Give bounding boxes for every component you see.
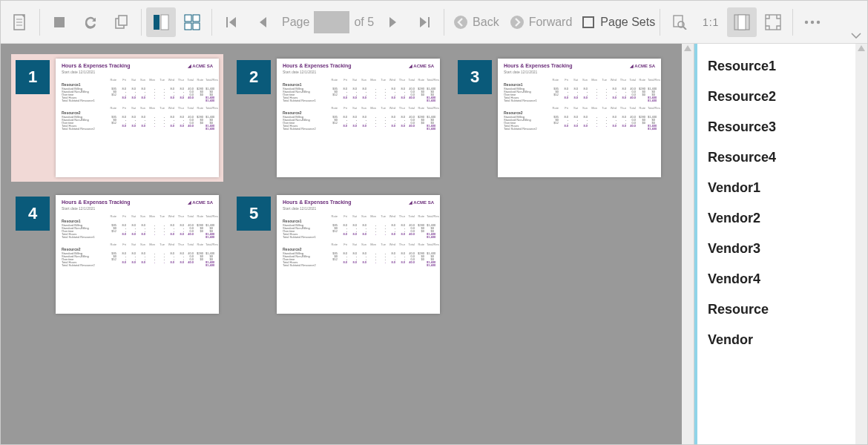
bookmark-item[interactable]: Vendor1 xyxy=(708,173,852,203)
svg-rect-22 xyxy=(766,15,780,30)
thumbnail-card[interactable]: 4Hours & Expenses Tracking◢ ACME SAStart… xyxy=(11,191,223,318)
bookmark-item[interactable]: Resource xyxy=(708,294,852,325)
more-menu-button[interactable] xyxy=(798,7,827,37)
page-number-input[interactable] xyxy=(314,11,349,33)
svg-rect-14 xyxy=(428,17,430,27)
svg-rect-13 xyxy=(226,17,228,27)
bookmark-item[interactable]: Vendor xyxy=(708,325,852,355)
page-sets-toggle[interactable]: Page Sets xyxy=(582,16,655,29)
separator xyxy=(792,9,793,36)
bookmark-item[interactable]: Vendor3 xyxy=(708,234,852,264)
page-sets-label: Page Sets xyxy=(600,16,655,29)
report-page: Hours & Expenses Tracking◢ ACME SAStart … xyxy=(277,59,440,177)
forward-button[interactable]: Forward xyxy=(505,15,577,30)
thumbnail-card[interactable]: 3Hours & Expenses Tracking◢ ACME SAStart… xyxy=(453,54,665,182)
svg-point-23 xyxy=(805,20,808,23)
page-sets-checkbox[interactable] xyxy=(582,16,594,28)
separator xyxy=(660,9,660,36)
page-total: of 5 xyxy=(351,16,377,29)
svg-rect-6 xyxy=(119,16,127,25)
bookmark-item[interactable]: Vendor4 xyxy=(708,264,852,294)
bookmark-item[interactable]: Resource2 xyxy=(708,82,852,112)
bookmark-item[interactable]: Resource3 xyxy=(708,112,852,142)
thumbnail-grid: 1Hours & Expenses Tracking◢ ACME SAStart… xyxy=(1,44,682,444)
back-button[interactable]: Back xyxy=(449,15,504,30)
thumbnail-card[interactable]: 1Hours & Expenses Tracking◢ ACME SAStart… xyxy=(11,54,223,182)
next-page-button[interactable] xyxy=(378,7,408,37)
separator xyxy=(444,9,444,36)
copy-button[interactable] xyxy=(107,7,137,37)
zoom-actual-button[interactable]: 1:1 xyxy=(696,7,726,37)
svg-rect-8 xyxy=(161,15,168,30)
svg-point-15 xyxy=(454,16,467,29)
svg-point-24 xyxy=(811,20,814,23)
stop-button[interactable] xyxy=(45,7,74,37)
view-multi-page-button[interactable] xyxy=(177,7,207,37)
separator xyxy=(39,9,40,36)
svg-rect-21 xyxy=(738,15,746,30)
report-page: Hours & Expenses Tracking◢ ACME SAStart … xyxy=(498,59,661,177)
bookmark-item[interactable]: Resource1 xyxy=(708,51,852,82)
separator xyxy=(211,9,212,36)
prev-page-button[interactable] xyxy=(248,7,277,37)
thumbnail-number: 4 xyxy=(16,197,50,231)
thumbnails-scrollbar[interactable] xyxy=(682,44,694,444)
svg-line-19 xyxy=(683,27,686,30)
thumbnail-number: 1 xyxy=(16,60,50,94)
thumbnail-number: 3 xyxy=(458,60,492,94)
thumbnail-card[interactable]: 5Hours & Expenses Tracking◢ ACME SAStart… xyxy=(232,191,444,318)
thumbnail-number: 2 xyxy=(237,60,271,94)
view-single-page-button[interactable] xyxy=(146,7,176,37)
svg-rect-10 xyxy=(193,15,200,22)
report-page: Hours & Expenses Tracking◢ ACME SAStart … xyxy=(277,195,440,314)
last-page-button[interactable] xyxy=(410,7,439,37)
svg-point-16 xyxy=(510,16,524,29)
thumbnail-number: 5 xyxy=(237,197,271,231)
save-button[interactable] xyxy=(5,7,35,37)
svg-point-25 xyxy=(817,20,820,23)
report-page: Hours & Expenses Tracking◢ ACME SAStart … xyxy=(56,195,219,314)
first-page-button[interactable] xyxy=(217,7,246,37)
svg-rect-7 xyxy=(154,15,160,30)
find-button[interactable] xyxy=(665,7,694,37)
zoom-fit-width-button[interactable] xyxy=(727,7,757,37)
bookmark-item[interactable]: Vendor2 xyxy=(708,203,852,234)
svg-rect-11 xyxy=(185,23,191,30)
separator xyxy=(141,9,142,36)
report-page: Hours & Expenses Tracking◢ ACME SAStart … xyxy=(56,59,219,177)
panel-scrollbar[interactable] xyxy=(855,44,867,444)
forward-label: Forward xyxy=(529,16,573,29)
bookmark-item[interactable]: Resource4 xyxy=(708,142,852,173)
refresh-button[interactable] xyxy=(76,7,105,37)
back-label: Back xyxy=(473,16,499,29)
zoom-fit-page-button[interactable] xyxy=(758,7,788,37)
thumbnail-card[interactable]: 2Hours & Expenses Tracking◢ ACME SAStart… xyxy=(232,54,444,182)
toolbar-expand-icon[interactable] xyxy=(851,28,861,42)
svg-rect-9 xyxy=(185,15,191,22)
svg-rect-4 xyxy=(54,17,65,27)
svg-rect-12 xyxy=(193,23,200,30)
bookmarks-panel: Resource1Resource2Resource3Resource4Vend… xyxy=(697,44,855,444)
toolbar: Page of 5 Back Forward Page Sets 1:1 xyxy=(1,1,867,44)
page-label: Page xyxy=(279,16,312,29)
